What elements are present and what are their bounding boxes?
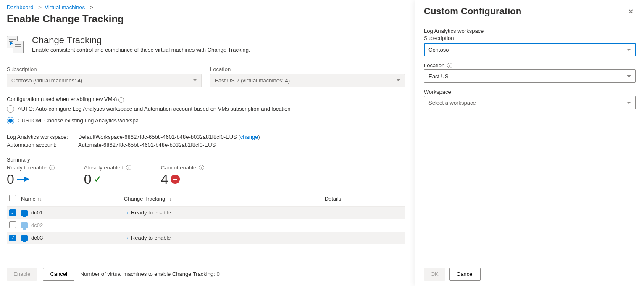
location-label: Location xyxy=(210,66,405,72)
info-icon[interactable]: i xyxy=(199,165,204,170)
automation-key: Automation account: xyxy=(7,142,78,148)
breadcrumb-virtual-machines[interactable]: Virtual machines xyxy=(45,4,85,11)
cancel-button[interactable]: Cancel xyxy=(43,268,74,281)
info-icon[interactable]: i xyxy=(49,165,55,170)
change-tracking-title: Change Tracking xyxy=(32,35,250,46)
vm-table: Name↑↓ Change Tracking↑↓ Details dc01→Re… xyxy=(7,191,405,244)
row-checkbox[interactable] xyxy=(9,221,16,228)
select-all-checkbox[interactable] xyxy=(9,195,16,201)
summary-label: Summary xyxy=(7,156,405,163)
radio-auto-label: AUTO: Auto-configure Log Analytics works… xyxy=(18,106,290,112)
row-checkbox[interactable] xyxy=(9,209,16,216)
vm-icon xyxy=(21,222,28,228)
vm-icon xyxy=(21,235,28,241)
panel-workspace-label: Workspace xyxy=(424,89,636,95)
breadcrumb-sep: > xyxy=(38,4,42,11)
vm-name: dc01 xyxy=(31,209,43,216)
col-details[interactable]: Details xyxy=(325,196,342,202)
subscription-select[interactable]: Contoso (virtual machines: 4) xyxy=(7,74,202,87)
workspace-key: Log Analytics workspace: xyxy=(7,134,78,140)
change-tracking-status: Ready to enable xyxy=(131,209,171,216)
footer-bar: Enable Cancel Number of virtual machines… xyxy=(0,262,412,286)
table-row[interactable]: dc01→Ready to enable xyxy=(7,207,405,219)
ok-button[interactable]: OK xyxy=(424,268,445,281)
info-icon[interactable]: i xyxy=(118,97,124,103)
panel-location-select[interactable]: East US xyxy=(424,69,636,83)
footer-status: Number of virtual machines to enable Cha… xyxy=(80,271,220,277)
prohibit-icon xyxy=(171,175,180,184)
vm-name: dc03 xyxy=(31,235,43,241)
panel-title: Custom Configuration xyxy=(424,6,521,17)
panel-la-label: Log Analytics workspace xyxy=(424,28,636,34)
breadcrumb-dashboard[interactable]: Dashboard xyxy=(7,4,34,11)
breadcrumb-sep: > xyxy=(90,4,93,11)
check-icon: ✓ xyxy=(94,173,102,185)
custom-configuration-panel: Custom Configuration ✕ Log Analytics wor… xyxy=(415,0,644,286)
change-tracking-subtitle: Enable consistent control and compliance… xyxy=(32,47,250,53)
sort-icon: ↑↓ xyxy=(37,196,42,201)
col-change-tracking[interactable]: Change Tracking xyxy=(124,196,165,202)
change-tracking-icon xyxy=(7,36,24,53)
sort-icon: ↑↓ xyxy=(167,196,171,201)
subscription-value: Contoso (virtual machines: 4) xyxy=(11,77,82,84)
change-tracking-header: Change Tracking Enable consistent contro… xyxy=(7,35,405,53)
panel-workspace-placeholder: Select a workspace xyxy=(428,100,476,106)
stat-cannot: Cannot enablei 4 xyxy=(161,164,205,187)
chevron-down-icon xyxy=(193,79,197,81)
stat-already: Already enabledi 0✓ xyxy=(84,164,131,187)
vm-name: dc02 xyxy=(31,222,43,228)
radio-custom-label: CUSTOM: Choose existing Log Analytics wo… xyxy=(18,117,139,124)
location-value: East US 2 (virtual machines: 4) xyxy=(215,77,290,84)
arrow-right-icon: → xyxy=(124,209,129,216)
table-row[interactable]: dc03→Ready to enable xyxy=(7,232,405,244)
breadcrumb: Dashboard > Virtual machines > xyxy=(7,3,405,13)
panel-location-value: East US xyxy=(428,73,449,79)
configuration-label: Configuration (used when enabling new VM… xyxy=(7,96,405,103)
radio-custom[interactable]: CUSTOM: Choose existing Log Analytics wo… xyxy=(7,117,139,124)
workspace-value: DefaultWorkspace-68627f8c-65b8-4601-b48e… xyxy=(78,134,260,140)
vm-icon xyxy=(21,210,28,216)
close-icon[interactable]: ✕ xyxy=(626,6,636,16)
panel-subscription-select[interactable]: Contoso xyxy=(424,43,636,56)
automation-value: Automate-68627f8c-65b8-4601-b48e-b032a81… xyxy=(78,142,216,148)
panel-cancel-button[interactable]: Cancel xyxy=(449,268,481,281)
chevron-down-icon xyxy=(627,75,631,77)
chevron-down-icon xyxy=(396,79,400,81)
stat-ready: Ready to enablei 0 xyxy=(7,164,55,187)
info-icon[interactable]: i xyxy=(126,165,131,170)
panel-location-label: Locationi xyxy=(424,62,636,69)
row-checkbox[interactable] xyxy=(9,235,16,241)
workspace-change-link[interactable]: change xyxy=(240,134,258,140)
panel-subscription-label: Subscription xyxy=(424,35,636,41)
page-title: Enable Change Tracking xyxy=(7,13,405,25)
arrow-right-icon: → xyxy=(124,235,129,241)
chevron-down-icon xyxy=(627,102,631,104)
chevron-down-icon xyxy=(627,49,631,51)
enable-button[interactable]: Enable xyxy=(7,268,37,281)
location-select[interactable]: East US 2 (virtual machines: 4) xyxy=(210,74,405,87)
info-icon[interactable]: i xyxy=(447,63,452,68)
change-tracking-status: Ready to enable xyxy=(131,235,171,241)
panel-workspace-select[interactable]: Select a workspace xyxy=(424,96,636,109)
radio-auto[interactable]: AUTO: Auto-configure Log Analytics works… xyxy=(7,105,290,113)
table-row[interactable]: dc02 xyxy=(7,219,405,232)
subscription-label: Subscription xyxy=(7,66,202,72)
panel-subscription-value: Contoso xyxy=(428,47,449,53)
col-name[interactable]: Name xyxy=(21,196,36,202)
arrow-right-icon xyxy=(17,177,29,182)
